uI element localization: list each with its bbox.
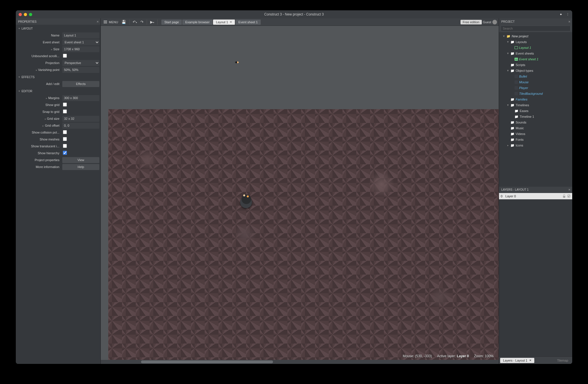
- tree-music[interactable]: Music: [500, 125, 572, 131]
- extensions-icon[interactable]: [560, 13, 562, 16]
- tree-fonts[interactable]: Fonts: [500, 137, 572, 142]
- view-button[interactable]: View: [62, 157, 99, 163]
- select-projection[interactable]: Perspective: [62, 60, 99, 66]
- label-margins: Margins: [17, 96, 61, 100]
- close-icon[interactable]: ✕: [568, 188, 570, 191]
- label-gridoffset: Grid offset: [17, 124, 61, 127]
- play-icon[interactable]: ▶▾: [149, 20, 155, 24]
- close-icon[interactable]: ✕: [568, 20, 570, 23]
- checkbox-showgrid[interactable]: [63, 103, 67, 107]
- layer-index: 0: [501, 194, 502, 198]
- undo-icon[interactable]: ↶▾: [131, 20, 138, 24]
- tree-mouse[interactable]: Mouse: [500, 79, 572, 85]
- input-gridoffset[interactable]: [62, 123, 99, 129]
- guest-account[interactable]: Guest: [483, 20, 497, 24]
- horizontal-scrollbar[interactable]: [101, 360, 499, 364]
- checkbox-translucent[interactable]: [63, 144, 67, 148]
- status-bar: Mouse: (530, -333) Active layer: Layer 0…: [403, 354, 494, 358]
- checkbox-collision[interactable]: [63, 130, 67, 134]
- close-window-button[interactable]: [19, 13, 22, 16]
- tree-sounds[interactable]: Sounds: [500, 119, 572, 125]
- checkbox-hierarchy[interactable]: [63, 151, 67, 155]
- layout-icon: [514, 46, 518, 49]
- free-edition-badge[interactable]: Free edition: [461, 20, 482, 24]
- editor-section-header[interactable]: EDITOR: [17, 89, 99, 93]
- tree-icons[interactable]: Icons: [500, 142, 572, 148]
- bullet-sprite[interactable]: [235, 61, 239, 63]
- label-event-sheet: Event sheet: [17, 40, 61, 44]
- minimize-window-button[interactable]: [24, 13, 27, 16]
- folder-icon: [510, 138, 514, 142]
- folder-icon: [510, 98, 514, 101]
- label-vanishing: Vanishing point: [17, 68, 61, 72]
- effects-button[interactable]: Effects: [62, 81, 99, 87]
- select-event-sheet[interactable]: Event sheet 1: [62, 39, 99, 45]
- label-collision: Show collision pol...: [17, 131, 61, 134]
- player-sprite[interactable]: [239, 190, 254, 209]
- folder-icon: [510, 40, 514, 44]
- tree-timeline-1[interactable]: Timeline 1: [500, 114, 572, 119]
- project-title: PROJECT: [501, 20, 515, 23]
- tree-object-types[interactable]: Object types: [500, 68, 572, 74]
- input-margins[interactable]: [62, 95, 99, 101]
- effects-section-header[interactable]: EFFECTS: [17, 75, 99, 79]
- tree-families[interactable]: Families: [500, 97, 572, 102]
- layers-title: LAYERS - LAYOUT 1: [501, 188, 529, 191]
- tree-layout-1[interactable]: Layout 1: [500, 45, 572, 51]
- tree-player[interactable]: Player: [500, 85, 572, 91]
- layout-canvas[interactable]: Mouse: (530, -333) Active layer: Layer 0…: [101, 26, 499, 364]
- titlebar: Construct 3 - New project - Construct 3: [16, 10, 572, 18]
- tab-start-page[interactable]: Start page: [161, 20, 182, 25]
- input-gridsize[interactable]: [62, 116, 99, 122]
- visibility-icon[interactable]: [567, 194, 570, 198]
- label-gridsize: Grid size: [17, 117, 61, 120]
- tree-event-sheets[interactable]: Event sheets: [500, 51, 572, 56]
- tree-eases[interactable]: Eases: [500, 108, 572, 114]
- right-sidebar: PROJECT ✕ New project Layouts Layout 1 E…: [499, 18, 572, 364]
- scrollbar-thumb[interactable]: [141, 360, 273, 363]
- folder-icon: [510, 52, 514, 55]
- project-search-input[interactable]: [501, 26, 570, 31]
- redo-icon[interactable]: ↷: [139, 20, 145, 24]
- close-icon[interactable]: ✕: [529, 359, 531, 362]
- traffic-lights: [19, 13, 32, 16]
- layers-panel-header: LAYERS - LAYOUT 1 ✕: [499, 187, 572, 193]
- label-meshes: Show meshes: [17, 138, 61, 141]
- tab-event-sheet-1[interactable]: Event sheet 1: [235, 20, 261, 25]
- layout-section-header[interactable]: LAYOUT: [17, 26, 99, 31]
- tree-bullet[interactable]: Bullet: [500, 74, 572, 79]
- maximize-window-button[interactable]: [29, 13, 32, 16]
- folder-icon: [514, 109, 519, 113]
- status-active-layer: Active layer: Layer 0: [437, 354, 469, 358]
- bottom-tab-layers[interactable]: Layers - Layout 1✕: [500, 358, 534, 363]
- layer-row-0[interactable]: 0 Layer 0: [499, 193, 572, 199]
- checkbox-snaptogrid[interactable]: [63, 109, 67, 113]
- tiled-background-object[interactable]: [108, 109, 499, 360]
- tree-layouts[interactable]: Layouts: [500, 39, 572, 45]
- close-icon[interactable]: ✕: [96, 20, 99, 23]
- input-layout-name[interactable]: [62, 32, 99, 38]
- tree-scripts[interactable]: Scripts: [500, 62, 572, 68]
- tree-tiledbg[interactable]: TiledBackground: [500, 91, 572, 97]
- center-area: MENU 💾 ↶▾ ↷ ▶▾ Start page Example browse…: [101, 18, 499, 364]
- tree-event-sheet-1[interactable]: Event sheet 1: [500, 56, 572, 62]
- bottom-tab-tilemap[interactable]: Tilemap: [554, 358, 571, 363]
- tree-new-project[interactable]: New project: [500, 33, 572, 39]
- more-menu-icon[interactable]: [566, 13, 569, 16]
- input-vanishing[interactable]: [62, 67, 99, 73]
- tree-videos[interactable]: Videos: [500, 131, 572, 137]
- input-size[interactable]: [62, 46, 99, 52]
- tab-layout-1[interactable]: Layout 1✕: [213, 20, 235, 25]
- label-size: Size: [17, 47, 61, 51]
- label-snaptogrid: Snap to grid: [17, 110, 61, 113]
- help-button[interactable]: Help: [62, 164, 99, 170]
- tab-example-browser[interactable]: Example browser: [182, 20, 213, 25]
- lock-icon[interactable]: [562, 194, 566, 198]
- checkbox-meshes[interactable]: [63, 137, 67, 141]
- close-icon[interactable]: ✕: [230, 20, 232, 24]
- menu-button[interactable]: MENU: [102, 20, 119, 24]
- save-icon[interactable]: 💾: [120, 20, 127, 24]
- checkbox-unbounded[interactable]: [63, 54, 67, 58]
- tree-timelines[interactable]: Timelines: [500, 102, 572, 108]
- project-tree: New project Layouts Layout 1 Event sheet…: [499, 32, 572, 187]
